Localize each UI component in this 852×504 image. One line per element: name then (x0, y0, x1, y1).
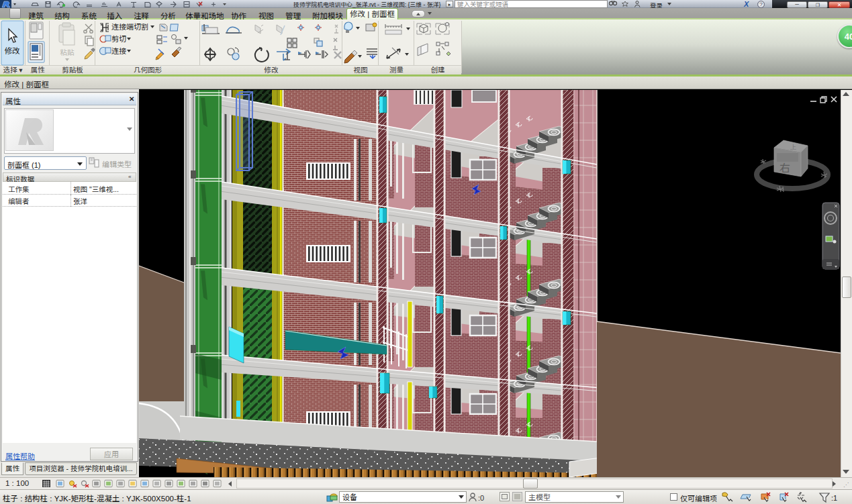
svg-text:剪切: 剪切 (111, 35, 126, 43)
svg-text:粘贴: 粘贴 (60, 48, 75, 56)
svg-text::0: :0 (478, 494, 484, 502)
svg-text:修改: 修改 (5, 47, 20, 55)
svg-text:上: 上 (790, 142, 796, 151)
svg-text:连接端切割: 连接端切割 (111, 23, 148, 31)
svg-text:连接: 连接 (111, 47, 126, 55)
svg-text:右: 右 (779, 159, 790, 175)
svg-text::1: :1 (831, 494, 837, 502)
